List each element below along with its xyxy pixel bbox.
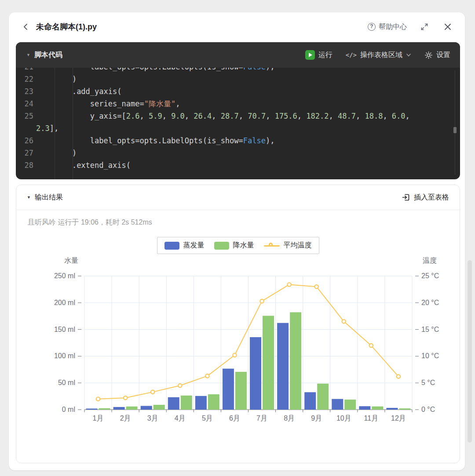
help-icon: ? [368,23,376,31]
close-icon [444,23,452,31]
svg-text:100 ml: 100 ml [54,352,75,360]
run-label: 运行 [318,51,332,60]
legend-swatch [164,242,179,250]
legend-item-降水量[interactable]: 降水量 [214,241,254,250]
chevron-left-icon [22,23,30,31]
insert-label: 插入至表格 [414,193,449,202]
code-line: 25 y_axis=[2.6, 5.9, 9.0, 26.4, 28.7, 70… [16,110,460,122]
svg-text:200 ml: 200 ml [54,299,75,306]
chart-legend: 蒸发量降水量平均温度 [157,237,319,254]
svg-text:5月: 5月 [202,414,213,422]
page-title: 未命名脚本(1).py [36,22,97,32]
bar-line-chart: 0 ml50 ml100 ml150 ml200 ml250 ml0 °C5 °… [27,256,449,437]
code-line: 28 .extend_axis( [16,159,460,171]
collapse-triangle-icon: ▼ [27,195,31,200]
settings-button[interactable]: 设置 [424,51,450,60]
expand-icon [420,22,429,31]
code-line: 22 ) [16,73,460,85]
output-panel-title: 输出结果 [35,193,63,202]
gear-icon [424,51,433,59]
svg-text:25 °C: 25 °C [421,272,439,280]
code-line: 27 ) [16,147,460,159]
divider [16,210,460,210]
script-editor-window: 未命名脚本(1).py ? 帮助中心 [9,12,465,470]
code-icon: </> [346,51,357,58]
svg-text:10月: 10月 [336,414,351,422]
insert-to-sheet-button[interactable]: 插入至表格 [402,193,449,202]
svg-text:10 °C: 10 °C [421,352,439,360]
svg-text:11月: 11月 [364,414,379,422]
help-label: 帮助中心 [379,22,407,32]
svg-text:2月: 2月 [120,414,131,422]
output-panel-header: ▼ 输出结果 插入至表格 [16,185,460,210]
svg-text:150 ml: 150 ml [54,326,75,333]
svg-text:15 °C: 15 °C [421,326,439,333]
output-panel-collapse[interactable]: ▼ 输出结果 [27,193,63,202]
help-center-button[interactable]: ? 帮助中心 [368,22,407,32]
svg-text:3月: 3月 [147,414,158,422]
svg-text:4月: 4月 [175,414,186,422]
code-panel: ▼ 脚本代码 运行 </> 操作表格区域 [16,42,460,179]
titlebar: 未命名脚本(1).py ? 帮助中心 [9,12,465,41]
run-status: 且听风吟 运行于 19:06，耗时 2s 512ms [28,218,460,227]
svg-text:0 ml: 0 ml [62,406,75,413]
scrollbar-handle[interactable] [453,127,457,133]
code-lines: 21 label_opts=opts.LabelOpts(is_show=Fal… [16,68,460,171]
svg-text:12月: 12月 [391,414,406,422]
run-button[interactable]: 运行 [305,50,332,60]
collapse-triangle-icon: ▼ [26,53,30,57]
settings-label: 设置 [436,51,450,60]
code-panel-collapse[interactable]: ▼ 脚本代码 [26,51,62,60]
insert-icon [402,193,410,202]
play-icon [305,50,315,60]
code-line: 23 .add_yaxis( [16,85,460,98]
svg-text:250 ml: 250 ml [54,272,75,280]
svg-text:5 °C: 5 °C [421,379,435,386]
svg-text:0 °C: 0 °C [421,406,435,413]
svg-text:50 ml: 50 ml [58,379,75,386]
svg-text:9月: 9月 [311,414,322,422]
code-panel-header: ▼ 脚本代码 运行 </> 操作表格区域 [16,42,460,68]
editor-scrollbar[interactable] [453,70,457,175]
legend-item-蒸发量[interactable]: 蒸发量 [164,241,205,250]
code-editor[interactable]: 21 label_opts=opts.LabelOpts(is_show=Fal… [16,68,460,179]
code-line: 21 label_opts=opts.LabelOpts(is_show=Fal… [16,68,460,73]
code-line: 24 series_name="降水量", [16,98,460,110]
code-line: 2.3], [16,122,460,134]
code-panel-title: 脚本代码 [34,51,62,60]
legend-swatch [214,242,229,250]
svg-text:温度: 温度 [423,257,437,264]
page-scrollbar[interactable] [468,260,472,443]
code-line: 26 label_opts=opts.LabelOpts(is_show=Fal… [16,134,460,147]
legend-item-平均温度[interactable]: 平均温度 [264,241,312,250]
svg-text:8月: 8月 [284,414,295,422]
indent-guide [55,68,55,179]
close-button[interactable] [442,21,453,33]
svg-text:水量: 水量 [64,257,78,264]
table-range-button[interactable]: </> 操作表格区域 [346,51,411,60]
svg-text:20 °C: 20 °C [421,299,439,306]
legend-line-marker [264,242,280,250]
chart: 0 ml50 ml100 ml150 ml200 ml250 ml0 °C5 °… [27,256,460,439]
table-range-label: 操作表格区域 [360,51,402,60]
svg-text:1月: 1月 [93,414,104,422]
back-button[interactable] [20,21,32,33]
fullscreen-button[interactable] [418,21,431,33]
svg-text:6月: 6月 [229,414,240,422]
indent-guide [73,68,73,179]
output-panel: ▼ 输出结果 插入至表格 且听风吟 运行于 19:06，耗时 2s 512ms … [16,185,460,463]
svg-text:7月: 7月 [256,414,267,422]
chevron-down-icon [406,52,411,58]
